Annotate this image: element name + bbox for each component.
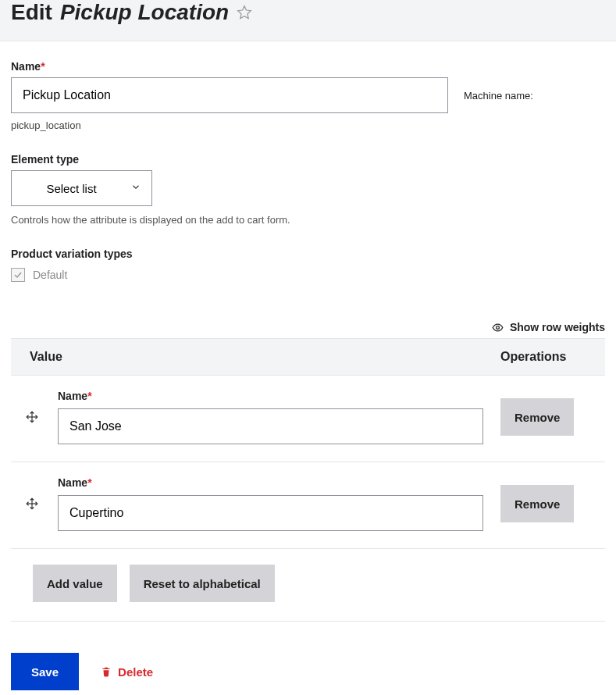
show-row-weights-toggle[interactable]: Show row weights: [11, 321, 605, 333]
variation-type-label-default: Default: [33, 269, 67, 281]
reset-alphabetical-button[interactable]: Reset to alphabetical: [130, 565, 275, 602]
svg-marker-0: [238, 6, 251, 19]
value-name-input[interactable]: [58, 495, 483, 531]
required-indicator: *: [87, 476, 91, 489]
value-row: Name* Remove: [11, 462, 605, 549]
value-name-label: Name*: [58, 476, 483, 489]
eye-icon: [492, 322, 504, 333]
title-entity: Pickup Location: [60, 0, 229, 25]
required-indicator: *: [87, 390, 91, 402]
svg-point-1: [497, 326, 500, 329]
element-type-label: Element type: [11, 153, 605, 166]
delete-label: Delete: [118, 665, 153, 679]
column-operations: Operations: [500, 350, 586, 364]
variation-types-label: Product variation types: [11, 248, 605, 260]
column-value: Value: [30, 350, 500, 364]
value-name-input[interactable]: [58, 408, 483, 444]
page-header: Edit Pickup Location: [0, 0, 616, 41]
drag-handle-icon[interactable]: [25, 410, 41, 424]
value-name-label: Name*: [58, 390, 483, 402]
machine-name-label: Machine name:: [464, 90, 533, 102]
required-indicator: *: [41, 60, 45, 73]
element-type-select[interactable]: Select list: [11, 170, 152, 206]
page-title: Edit Pickup Location: [11, 0, 605, 25]
add-value-button[interactable]: Add value: [33, 565, 117, 602]
machine-name-value: pickup_location: [11, 119, 605, 131]
remove-button[interactable]: Remove: [500, 485, 574, 522]
title-prefix: Edit: [11, 0, 52, 25]
name-label: Name*: [11, 60, 605, 73]
trash-icon: [101, 665, 112, 678]
name-input[interactable]: [11, 77, 448, 113]
save-button[interactable]: Save: [11, 653, 79, 690]
remove-button[interactable]: Remove: [500, 398, 574, 436]
element-type-help: Controls how the attribute is displayed …: [11, 214, 605, 226]
delete-link[interactable]: Delete: [101, 665, 153, 679]
drag-handle-icon[interactable]: [25, 497, 41, 511]
value-row: Name* Remove: [11, 376, 605, 462]
variation-type-checkbox-default: [11, 268, 25, 282]
show-row-weights-label: Show row weights: [510, 321, 605, 333]
star-icon[interactable]: [237, 5, 252, 20]
values-table-header: Value Operations: [11, 338, 605, 376]
